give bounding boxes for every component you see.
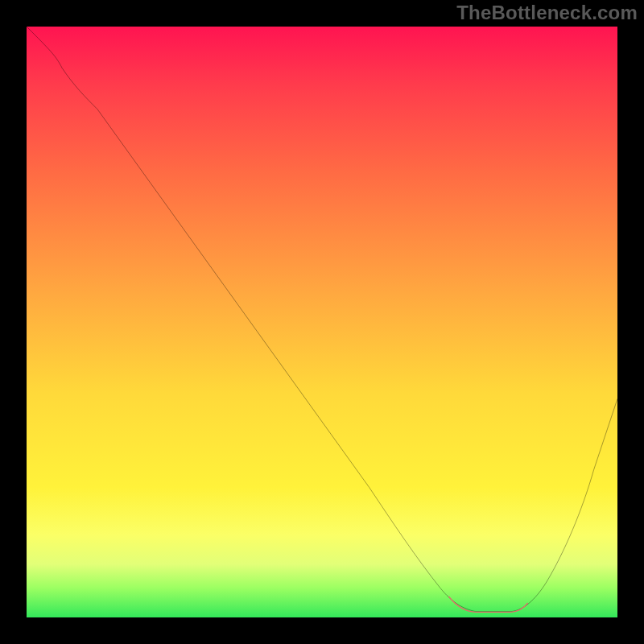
watermark-text: TheBottleneck.com (456, 2, 638, 24)
plot-area (27, 27, 617, 617)
plateau-marker (449, 597, 528, 612)
curve-layer (27, 27, 617, 617)
chart-frame: TheBottleneck.com (0, 0, 644, 644)
bottleneck-curve (27, 27, 617, 612)
